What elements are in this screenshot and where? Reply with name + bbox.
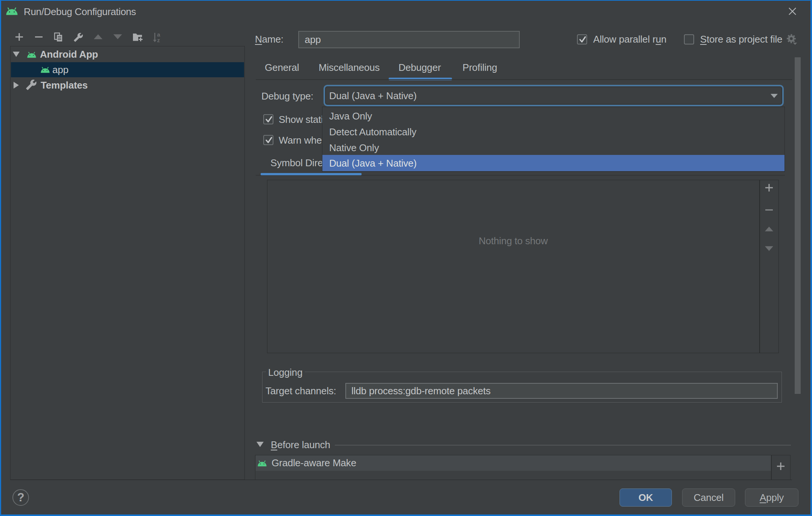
svg-text:z: z xyxy=(157,37,160,43)
